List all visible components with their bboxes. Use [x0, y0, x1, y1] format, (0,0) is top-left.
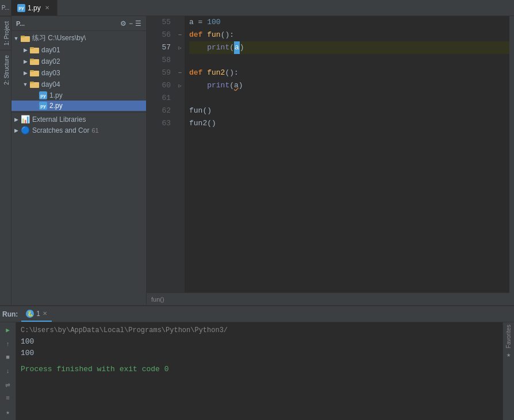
folder-icon-day03: [30, 68, 39, 78]
tree-label-scratch: Scratches and Cor: [32, 126, 89, 134]
code-60-rparen: ): [239, 79, 243, 92]
code-55-100: 100: [207, 16, 220, 29]
favorites-label: Favorites: [505, 325, 512, 348]
gear-icon[interactable]: ⚙: [120, 20, 126, 28]
code-62-fun: fun: [189, 105, 202, 117]
line-num-62: 62: [147, 105, 171, 117]
arrow-scratch: ▶: [11, 128, 21, 133]
tree-item-day03[interactable]: ▶ day03: [11, 67, 146, 79]
extlib-icon: 📊: [21, 115, 30, 124]
tree-item-root[interactable]: ▼ 练习 C:\Users\by\: [11, 32, 146, 44]
code-56-sp1: [202, 29, 207, 41]
tree-item-2py[interactable]: ▶ py 2.py: [11, 101, 146, 111]
line-num-58: 58: [147, 54, 171, 67]
tree-item-day04[interactable]: ▼ day04: [11, 79, 146, 90]
sidebar-tree: ▼ 练习 C:\Users\by\ ▶ day01 ▶ day02: [11, 31, 146, 305]
tree-label-1py: 1.py: [49, 91, 63, 99]
tab-bar-extra: P...: [2, 5, 10, 11]
arrow-root: ▼: [11, 36, 21, 41]
fold-61: [177, 92, 183, 105]
code-56-fun: fun: [207, 29, 220, 41]
tree-label-day03: day03: [41, 69, 60, 77]
line-num-59: 59: [147, 67, 171, 79]
svg-rect-3: [30, 47, 34, 49]
scratch-badge: 61: [91, 127, 98, 134]
run-wrap-button[interactable]: ⇌: [2, 379, 14, 391]
editor-status: fun(): [147, 292, 509, 305]
run-tab-close[interactable]: ✕: [43, 310, 47, 317]
vtab-project-label: 1: Project: [3, 21, 10, 45]
tree-separator-1: [11, 112, 146, 113]
code-content[interactable]: a = 100 def fun (): print: [185, 16, 509, 292]
code-62-parens: (): [202, 105, 212, 117]
fold-56[interactable]: −: [177, 29, 183, 41]
line-num-61: 61: [147, 92, 171, 105]
sidebar-header: P... ⚙ − ☰: [11, 16, 146, 31]
tab-close-button[interactable]: ✕: [43, 4, 51, 12]
arrow-day03: ▶: [21, 70, 30, 76]
vtab-structure[interactable]: 2: Structure: [0, 50, 11, 90]
tree-item-day01[interactable]: ▶ day01: [11, 44, 146, 56]
tree-label-root: 练习 C:\Users\by\: [32, 33, 86, 43]
arrow-day01: ▶: [21, 47, 30, 53]
run-output-100-1: 100: [21, 336, 498, 348]
tree-item-day02[interactable]: ▶ day02: [11, 56, 146, 67]
run-tab-bar: Run: 🐍 1 ✕: [0, 306, 514, 322]
code-editor: 55 56 57 58 59 60 61 62 63 − ▷ −: [147, 16, 509, 292]
run-output-100-2: 100: [21, 348, 498, 359]
run-python-icon: 🐍: [26, 310, 34, 318]
code-57-a: a: [234, 41, 240, 54]
minus-icon[interactable]: −: [129, 20, 133, 28]
code-59-def: def: [189, 67, 202, 79]
settings-icon[interactable]: ☰: [135, 20, 141, 28]
arrow-day02: ▶: [21, 59, 30, 64]
tree-label-2py: 2.py: [49, 102, 63, 110]
run-label: Run:: [2, 310, 18, 318]
run-stop-button[interactable]: ■: [2, 352, 14, 363]
code-line-62: fun (): [189, 105, 509, 117]
vertical-tabs: 1: Project 2: Structure: [0, 16, 11, 305]
run-up-button[interactable]: ↑: [2, 338, 14, 350]
svg-rect-5: [30, 59, 34, 60]
run-list-button[interactable]: ≡: [2, 393, 14, 404]
code-56-def: def: [189, 29, 202, 41]
code-60-a: a: [234, 79, 239, 92]
py-icon-2py: py: [39, 102, 47, 110]
tree-item-extlib[interactable]: ▶ 📊 External Libraries: [11, 114, 146, 125]
sidebar: P... ⚙ − ☰ ▼ 练习 C:\Users\by\: [11, 16, 147, 305]
run-down-button[interactable]: ↓: [2, 365, 14, 377]
fold-58: [177, 54, 183, 67]
vtab-project[interactable]: 1: Project: [0, 16, 11, 50]
scrollbar[interactable]: [509, 16, 514, 305]
svg-rect-1: [21, 36, 25, 37]
fold-62: [177, 105, 183, 117]
favorites-star[interactable]: ★: [507, 350, 511, 359]
fold-57[interactable]: ▷: [177, 41, 183, 54]
sidebar-header-text: P...: [16, 20, 25, 27]
run-controls: ▶ ↑ ■ ↓ ⇌ ≡ ★: [0, 322, 16, 420]
code-line-63: fun2 (): [189, 117, 509, 130]
fold-column: − ▷ − ▷: [175, 16, 185, 292]
tree-label-extlib: External Libraries: [32, 115, 86, 124]
code-60-indent: [189, 79, 207, 92]
line-num-56: 56: [147, 29, 171, 41]
code-line-61: [189, 92, 509, 105]
code-line-59: def fun2 ():: [189, 67, 509, 79]
code-56-parens: ():: [221, 29, 234, 41]
run-star-button[interactable]: ★: [2, 406, 14, 418]
run-play-button[interactable]: ▶: [2, 325, 14, 336]
folder-icon-day02: [30, 57, 39, 66]
tree-label-day01: day01: [41, 46, 60, 54]
tree-item-1py[interactable]: ▶ py 1.py: [11, 90, 146, 101]
line-num-57: 57: [147, 41, 171, 54]
svg-rect-7: [30, 70, 34, 72]
fold-60[interactable]: ▷: [177, 79, 183, 92]
run-path: C:\Users\by\AppData\Local\Programs\Pytho…: [21, 325, 498, 336]
tab-1py[interactable]: py 1.py ✕: [11, 0, 57, 16]
code-line-55: a = 100: [189, 16, 509, 29]
fold-59[interactable]: −: [177, 67, 183, 79]
code-line-58: [189, 54, 509, 67]
tree-item-scratch[interactable]: ▶ 🔵 Scratches and Cor 61: [11, 125, 146, 136]
run-tab-1[interactable]: 🐍 1 ✕: [21, 306, 52, 322]
run-panel: Run: 🐍 1 ✕ ▶ ↑ ■ ↓ ⇌ ≡ ★ C:\Users\by\App…: [0, 305, 514, 420]
